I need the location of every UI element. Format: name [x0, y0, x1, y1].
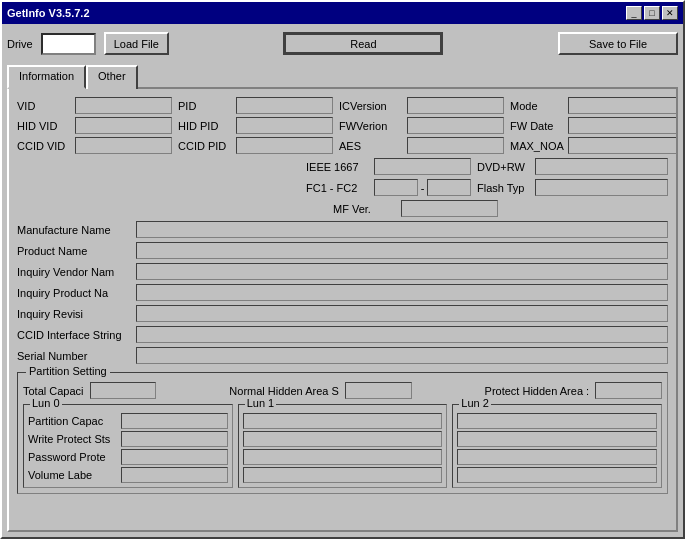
lun2-input-3[interactable]: [457, 449, 657, 465]
fw-date-input[interactable]: [568, 117, 678, 134]
pid-input[interactable]: [236, 97, 333, 114]
hid-vid-label: HID VID: [17, 120, 72, 132]
vid-row: VID: [17, 97, 172, 114]
manufacture-name-label: Manufacture Name: [17, 224, 132, 236]
ccid-pid-label: CCID PID: [178, 140, 233, 152]
inquiry-revisi-input[interactable]: [136, 305, 668, 322]
mode-input[interactable]: [568, 97, 678, 114]
hid-pid-input[interactable]: [236, 117, 333, 134]
lun0-write-protect: Write Protect Sts: [28, 431, 228, 447]
aes-row: AES: [339, 137, 504, 154]
max-noa-input[interactable]: [568, 137, 678, 154]
icversion-row: ICVersion: [339, 97, 504, 114]
hid-vid-row: HID VID: [17, 117, 172, 134]
inquiry-product-input[interactable]: [136, 284, 668, 301]
serial-number-input[interactable]: [136, 347, 668, 364]
window-content: Drive Load File Read Save to File Inform…: [2, 24, 683, 537]
lun2-group: Lun 2: [452, 404, 662, 488]
ccid-vid-input[interactable]: [75, 137, 172, 154]
lun0-password-prote-label: Password Prote: [28, 451, 118, 463]
pid-row: PID: [178, 97, 333, 114]
lun2-input-4[interactable]: [457, 467, 657, 483]
lun0-volume-labe: Volume Labe: [28, 467, 228, 483]
ccid-interface-label: CCID Interface String: [17, 329, 132, 341]
inquiry-revisi-label: Inquiry Revisi: [17, 308, 132, 320]
partition-section-title: Partition Setting: [26, 365, 110, 377]
lun1-input-4[interactable]: [243, 467, 443, 483]
lun1-inputs: [243, 413, 443, 483]
icversion-label: ICVersion: [339, 100, 404, 112]
inquiry-revisi-row: Inquiry Revisi: [17, 305, 668, 322]
main-window: GetInfo V3.5.7.2 _ □ ✕ Drive Load File R…: [0, 0, 685, 539]
flash-typ-row: Flash Typ: [477, 179, 668, 196]
ieee1667-input[interactable]: [374, 158, 471, 175]
aes-label: AES: [339, 140, 404, 152]
ccid-interface-input[interactable]: [136, 326, 668, 343]
ccid-pid-input[interactable]: [236, 137, 333, 154]
icversion-input[interactable]: [407, 97, 504, 114]
manufacture-name-input[interactable]: [136, 221, 668, 238]
drive-input[interactable]: [41, 33, 96, 55]
partition-luns: Lun 0 Partition Capac Write Protect Sts: [23, 404, 662, 488]
product-name-row: Product Name: [17, 242, 668, 259]
drive-label: Drive: [7, 38, 33, 50]
max-noa-label: MAX_NOA: [510, 140, 565, 152]
aes-input[interactable]: [407, 137, 504, 154]
lun0-write-protect-input[interactable]: [121, 431, 228, 447]
total-capacity-input[interactable]: [90, 382, 157, 399]
lun0-volume-labe-input[interactable]: [121, 467, 228, 483]
dvdrw-input[interactable]: [535, 158, 668, 175]
lun2-title: Lun 2: [459, 397, 491, 409]
lun0-write-protect-label: Write Protect Sts: [28, 433, 118, 445]
mf-ver-row: MF Ver.: [333, 200, 498, 217]
normal-hidden-input[interactable]: [345, 382, 412, 399]
vid-input[interactable]: [75, 97, 172, 114]
fc1-fc2-row: FC1 - FC2 -: [306, 179, 471, 196]
protect-hidden-input[interactable]: [595, 382, 662, 399]
fc1-input[interactable]: [374, 179, 418, 196]
product-name-input[interactable]: [136, 242, 668, 259]
lun2-input-1[interactable]: [457, 413, 657, 429]
ccid-interface-row: CCID Interface String: [17, 326, 668, 343]
lun2-input-2[interactable]: [457, 431, 657, 447]
tab-other[interactable]: Other: [86, 65, 138, 89]
hid-vid-input[interactable]: [75, 117, 172, 134]
fc2-input[interactable]: [427, 179, 471, 196]
ieee1667-label: IEEE 1667: [306, 161, 371, 173]
toolbar: Drive Load File Read Save to File: [7, 29, 678, 58]
inquiry-vendor-label: Inquiry Vendor Nam: [17, 266, 132, 278]
mf-ver-input[interactable]: [401, 200, 498, 217]
fw-date-row: FW Date: [510, 117, 678, 134]
inquiry-vendor-input[interactable]: [136, 263, 668, 280]
serial-number-row: Serial Number: [17, 347, 668, 364]
maximize-button[interactable]: □: [644, 6, 660, 20]
flash-typ-input[interactable]: [535, 179, 668, 196]
read-button[interactable]: Read: [283, 32, 443, 55]
close-button[interactable]: ✕: [662, 6, 678, 20]
lun0-partition-capac-input[interactable]: [121, 413, 228, 429]
lun0-title: Lun 0: [30, 397, 62, 409]
load-file-button[interactable]: Load File: [104, 32, 169, 55]
lun0-volume-labe-label: Volume Labe: [28, 469, 118, 481]
lun1-group: Lun 1: [238, 404, 448, 488]
lun0-partition-capac-label: Partition Capac: [28, 415, 118, 427]
partition-section: Partition Setting Total Capaci Normal Hi…: [17, 372, 668, 494]
window-title: GetInfo V3.5.7.2: [7, 7, 90, 19]
lun0-group: Lun 0 Partition Capac Write Protect Sts: [23, 404, 233, 488]
lun1-input-2[interactable]: [243, 431, 443, 447]
lun1-input-1[interactable]: [243, 413, 443, 429]
fwverion-input[interactable]: [407, 117, 504, 134]
minimize-button[interactable]: _: [626, 6, 642, 20]
tab-information[interactable]: Information: [7, 65, 86, 89]
hid-pid-row: HID PID: [178, 117, 333, 134]
flash-typ-label: Flash Typ: [477, 182, 532, 194]
tabs-area: Information Other VID HID VID: [7, 63, 678, 532]
inquiry-vendor-row: Inquiry Vendor Nam: [17, 263, 668, 280]
mode-row: Mode: [510, 97, 678, 114]
protect-hidden-label: Protect Hidden Area :: [485, 385, 590, 397]
lun1-title: Lun 1: [245, 397, 277, 409]
lun1-input-3[interactable]: [243, 449, 443, 465]
ccid-pid-row: CCID PID: [178, 137, 333, 154]
lun0-password-prote-input[interactable]: [121, 449, 228, 465]
save-to-file-button[interactable]: Save to File: [558, 32, 678, 55]
